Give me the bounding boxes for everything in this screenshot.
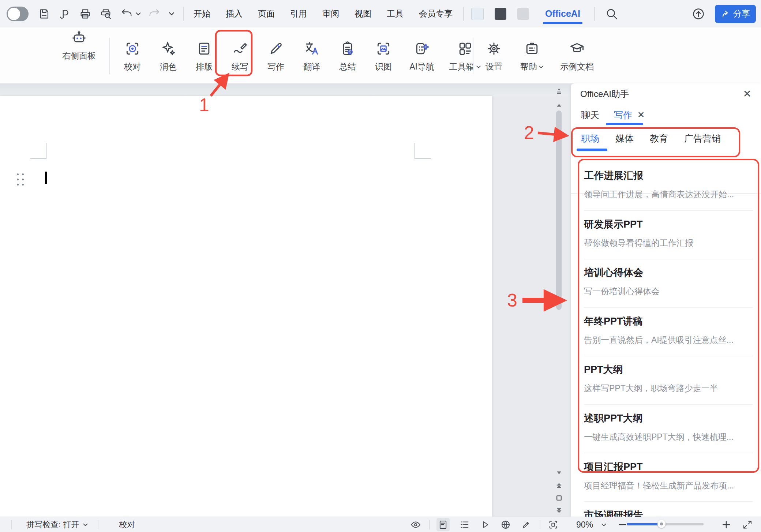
close-writing-tab-icon[interactable]: ✕ — [637, 110, 645, 120]
globe-icon[interactable] — [500, 519, 511, 530]
menu-view[interactable]: 视图 — [347, 8, 379, 19]
application-window: 开始 插入 页面 引用 审阅 视图 工具 会员专享 OfficeAI 分享 — [0, 0, 761, 532]
category-ad-marketing[interactable]: 广告营销 — [684, 132, 721, 145]
category-media[interactable]: 媒体 — [615, 132, 634, 145]
zoom-level[interactable]: 90% — [576, 520, 593, 530]
right-panel-toggle-button[interactable]: 右侧面板 — [61, 27, 97, 61]
writing-label: 写作 — [267, 61, 284, 72]
list-item[interactable]: 年终PPT讲稿 告别一直说然后，AI提供吸引注意点丝... — [584, 307, 753, 356]
ribbon-ai-group: 校对 润色 排版 续写 写作 翻译 — [115, 27, 487, 83]
proofread-button[interactable]: 校对 — [115, 38, 150, 72]
scroll-down-icon[interactable] — [554, 468, 564, 478]
menu-tools[interactable]: 工具 — [379, 8, 411, 19]
officeai-label: OfficeAI — [545, 8, 580, 19]
share-label: 分享 — [733, 8, 750, 19]
list-item[interactable]: 研发展示PPT 帮你做领导看得懂的工作汇报 — [584, 210, 753, 259]
chevron-down-icon — [539, 65, 544, 69]
list-item[interactable]: 述职PPT大纲 一键生成高效述职PPT大纲，快速梳理... — [584, 404, 753, 453]
theme-swatch-grey[interactable] — [517, 8, 529, 20]
scroll-up-icon[interactable] — [554, 100, 564, 110]
menu-page[interactable]: 页面 — [250, 8, 282, 19]
redo-button[interactable] — [148, 8, 160, 20]
help-button[interactable]: 帮助 — [513, 38, 551, 72]
save-icon — [38, 8, 50, 20]
theme-swatch-dark[interactable] — [495, 8, 506, 20]
proofread-status[interactable]: 校对 — [119, 519, 135, 530]
tab-chat[interactable]: 聊天 — [581, 109, 599, 121]
search-icon[interactable] — [605, 7, 618, 20]
summarize-button[interactable]: 总结 — [330, 38, 365, 72]
proofread-target-icon — [124, 41, 140, 57]
menu-membership[interactable]: 会员专享 — [411, 8, 460, 19]
menu-insert[interactable]: 插入 — [218, 8, 250, 19]
zoom-slider-fill — [627, 523, 661, 525]
save-button[interactable] — [38, 8, 50, 20]
template-desc: 项目经理福音！轻松生成新产品发布项... — [584, 480, 753, 491]
chevron-down-icon[interactable] — [135, 12, 141, 16]
category-workplace[interactable]: 职场 — [581, 132, 599, 145]
proofread-label: 校对 — [124, 61, 141, 72]
settings-button[interactable]: 设置 — [476, 38, 511, 72]
translate-button[interactable]: 翻译 — [294, 38, 329, 72]
customize-toolbar-chevron-icon[interactable] — [168, 11, 175, 16]
print-preview-button[interactable] — [100, 8, 112, 20]
expand-fullscreen-icon[interactable] — [742, 519, 753, 530]
zoom-out-minus-icon[interactable] — [618, 520, 627, 529]
menu-review[interactable]: 审阅 — [315, 8, 347, 19]
list-item[interactable]: 工作进展汇报 领导问工作进展，高情商表达还没开始... — [584, 162, 753, 211]
share-button[interactable]: 分享 — [715, 5, 756, 23]
sample-doc-button[interactable]: 示例文档 — [552, 38, 601, 72]
collapse-scrollbar-icon[interactable] — [554, 86, 564, 96]
category-education[interactable]: 教育 — [650, 132, 668, 145]
theme-swatch-light[interactable] — [471, 8, 484, 20]
chevron-down-icon — [83, 523, 88, 527]
template-title: 研发展示PPT — [584, 218, 753, 231]
zoom-in-plus-icon[interactable] — [721, 520, 731, 529]
close-icon[interactable]: ✕ — [743, 89, 751, 99]
list-item[interactable]: 市场调研报告 — [584, 501, 753, 517]
tab-writing[interactable]: 写作 ✕ — [614, 109, 645, 121]
list-item[interactable]: 培训心得体会 写一份培训心得体会 — [584, 259, 753, 308]
zoom-slider-thumb[interactable] — [657, 520, 666, 528]
template-desc: 帮你做领导看得懂的工作汇报 — [584, 237, 753, 249]
edit-mode-toggle[interactable] — [7, 7, 29, 21]
polish-button[interactable]: 润色 — [151, 38, 186, 72]
pen-icon[interactable] — [521, 519, 532, 530]
chevron-down-icon[interactable] — [601, 523, 607, 527]
outline-icon[interactable] — [459, 519, 470, 530]
ai-navigation-button[interactable]: AI导航 — [402, 38, 442, 72]
play-icon[interactable] — [480, 519, 491, 530]
next-page-icon[interactable] — [554, 506, 564, 515]
previous-page-icon[interactable] — [554, 481, 564, 490]
summarize-label: 总结 — [339, 61, 356, 72]
spellcheck-control[interactable]: 拼写检查: 打开 — [26, 519, 88, 530]
fit-screen-icon[interactable] — [548, 519, 559, 530]
image-recognition-button[interactable]: 识图 — [366, 38, 401, 72]
export-pdf-button[interactable] — [59, 8, 71, 20]
divider — [98, 520, 98, 529]
list-item[interactable]: PPT大纲 这样写PPT大纲，职场弯路少走一半 — [584, 356, 753, 405]
document-scrollbar-thumb[interactable] — [556, 110, 562, 310]
paragraph-drag-handle[interactable] — [17, 173, 24, 186]
tab-officeai[interactable]: OfficeAI — [541, 8, 584, 19]
panel-tab-bar: 聊天 写作 ✕ — [571, 105, 761, 125]
redo-icon — [148, 8, 160, 20]
undo-button[interactable] — [121, 8, 141, 20]
typeset-button[interactable]: 排版 — [187, 38, 222, 72]
document-page[interactable] — [0, 96, 492, 517]
menu-home[interactable]: 开始 — [186, 8, 218, 19]
page-selector-icon[interactable] — [554, 493, 564, 503]
template-desc: 一键生成高效述职PPT大纲，快速梳理... — [584, 431, 753, 443]
list-item[interactable]: 项目汇报PPT 项目经理福音！轻松生成新产品发布项... — [584, 453, 753, 502]
upload-icon[interactable] — [691, 7, 705, 21]
settings-label: 设置 — [486, 61, 502, 72]
tab-writing-label: 写作 — [614, 109, 632, 121]
continue-writing-button[interactable]: 续写 — [222, 38, 258, 72]
summary-clipboard-icon — [340, 41, 356, 57]
menu-reference[interactable]: 引用 — [282, 8, 315, 19]
eye-icon[interactable] — [410, 519, 421, 530]
writing-button[interactable]: 写作 — [258, 38, 293, 72]
print-button[interactable] — [79, 8, 91, 20]
page-view-button[interactable] — [436, 518, 450, 531]
ribbon-settings-group: 设置 帮助 示例文档 — [476, 27, 601, 83]
